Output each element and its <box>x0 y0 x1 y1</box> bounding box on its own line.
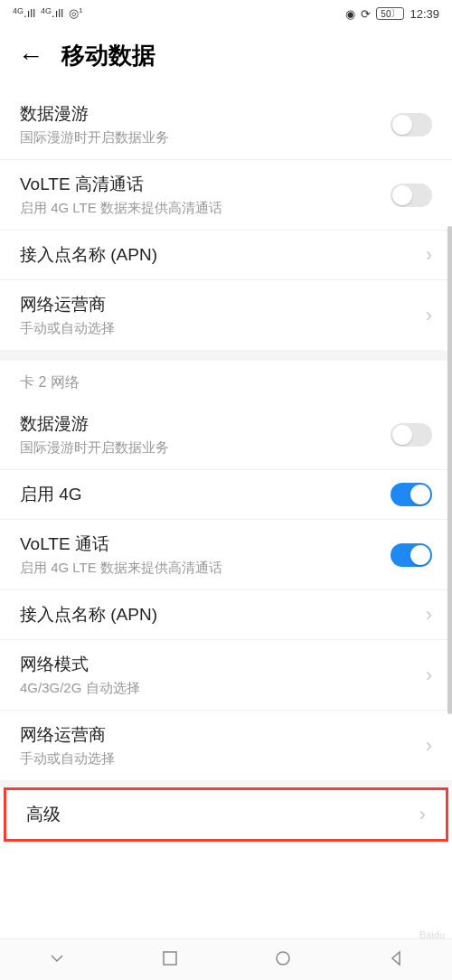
label: 数据漫游 <box>20 102 391 126</box>
svg-rect-0 <box>164 952 176 965</box>
sublabel: 国际漫游时开启数据业务 <box>20 129 391 146</box>
scrollbar[interactable] <box>447 226 452 714</box>
row-sim2-carrier[interactable]: 网络运营商 手动或自动选择 › <box>0 711 452 780</box>
label: VoLTE 通话 <box>20 532 391 556</box>
label: 网络模式 <box>20 653 426 676</box>
row-sim2-roaming[interactable]: 数据漫游 国际漫游时开启数据业务 <box>0 400 452 470</box>
section-divider <box>0 350 452 361</box>
row-sim1-volte[interactable]: VoLTE 高清通话 启用 4G LTE 数据来提供高清通话 <box>0 160 452 231</box>
status-left: 4G.ıll 4G.ıll ◎1 <box>13 6 82 20</box>
chevron-right-icon: › <box>426 304 432 327</box>
chevron-right-icon: › <box>426 734 432 758</box>
battery-icon: 50〕 <box>376 7 404 20</box>
sublabel: 国际漫游时开启数据业务 <box>20 439 391 457</box>
toggle-sim1-volte[interactable] <box>391 184 432 207</box>
label: 网络运营商 <box>20 723 426 747</box>
sublabel: 4G/3G/2G 自动选择 <box>20 680 426 697</box>
signal-1-icon: 4G.ıll <box>13 6 35 20</box>
label: 启用 4G <box>20 483 391 506</box>
label: 网络运营商 <box>20 293 426 316</box>
svg-point-1 <box>277 952 289 965</box>
row-sim1-roaming[interactable]: 数据漫游 国际漫游时开启数据业务 <box>0 90 452 160</box>
sublabel: 启用 4G LTE 数据来提供高清通话 <box>20 560 391 577</box>
label: 接入点名称 (APN) <box>20 603 426 627</box>
label: VoLTE 高清通话 <box>20 173 391 196</box>
label: 数据漫游 <box>20 412 391 436</box>
eye-icon: ◉ <box>345 7 355 21</box>
back-icon[interactable]: ← <box>18 42 43 71</box>
row-sim2-4g[interactable]: 启用 4G <box>0 470 452 520</box>
nav-back-icon[interactable] <box>388 950 404 970</box>
chevron-right-icon: › <box>426 603 432 627</box>
clock-text: 12:39 <box>410 7 439 21</box>
sublabel: 启用 4G LTE 数据来提供高清通话 <box>20 200 391 217</box>
label: 高级 <box>26 803 419 826</box>
nav-recent-icon[interactable] <box>162 950 178 970</box>
toggle-sim2-4g[interactable] <box>391 483 432 506</box>
signal-2-icon: 4G.ıll <box>41 6 63 20</box>
page-title: 移动数据 <box>61 40 155 71</box>
toggle-sim2-roaming[interactable] <box>391 423 432 447</box>
status-bar: 4G.ıll 4G.ıll ◎1 ◉ ⟳ 50〕 12:39 <box>0 0 452 27</box>
status-right: ◉ ⟳ 50〕 12:39 <box>345 7 439 21</box>
data-saver-icon: ⟳ <box>361 7 371 21</box>
row-advanced[interactable]: 高级 › <box>6 790 446 839</box>
nav-home-icon[interactable] <box>274 949 292 971</box>
label: 接入点名称 (APN) <box>20 243 426 267</box>
toggle-sim2-volte[interactable] <box>391 543 432 567</box>
sublabel: 手动或自动选择 <box>20 320 426 337</box>
hotspot-icon: ◎1 <box>69 6 82 20</box>
navigation-bar <box>0 938 452 980</box>
row-sim2-volte[interactable]: VoLTE 通话 启用 4G LTE 数据来提供高清通话 <box>0 520 452 590</box>
section-divider <box>0 780 452 787</box>
toggle-sim1-roaming[interactable] <box>391 113 432 137</box>
page-header: ← 移动数据 <box>0 27 452 90</box>
sublabel: 手动或自动选择 <box>20 750 426 768</box>
section-header-sim2: 卡 2 网络 <box>0 361 452 400</box>
highlight-annotation: 高级 › <box>4 787 448 842</box>
row-sim2-apn[interactable]: 接入点名称 (APN) › <box>0 590 452 640</box>
chevron-right-icon: › <box>426 664 432 687</box>
row-sim1-apn[interactable]: 接入点名称 (APN) › <box>0 231 452 280</box>
row-sim2-netmode[interactable]: 网络模式 4G/3G/2G 自动选择 › <box>0 640 452 711</box>
chevron-right-icon: › <box>426 243 432 267</box>
nav-dropdown-icon[interactable] <box>48 949 66 971</box>
row-sim1-carrier[interactable]: 网络运营商 手动或自动选择 › <box>0 280 452 350</box>
chevron-right-icon: › <box>419 803 426 826</box>
